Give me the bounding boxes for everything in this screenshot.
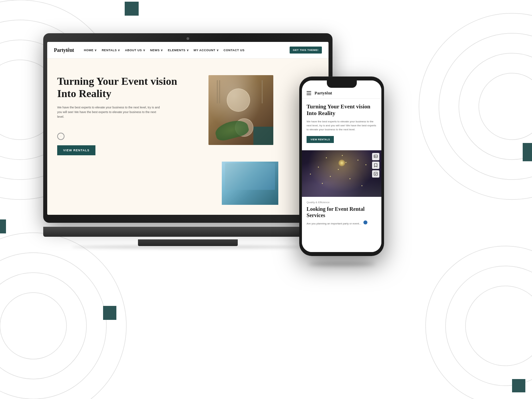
phone-content: Partytênt Turning Your Event vision Into… [302, 80, 381, 252]
phone-header: Partytênt [302, 88, 381, 99]
phone-sidebar-icons [372, 153, 379, 178]
phone-view-rentals-button[interactable]: VIEW RENTALS [307, 136, 334, 143]
phone-bottom-section: Quality & Efficience Looking for Event R… [302, 197, 381, 230]
light-4 [318, 167, 319, 168]
phone-hero-description: We have the best experts to elevate your… [307, 120, 377, 132]
laptop-camera [187, 37, 189, 40]
phone-section-title: Looking for Event Rental Services [307, 206, 377, 218]
image-bottom-gradient [302, 180, 381, 197]
phone-device: Partytênt Turning Your Event vision Into… [299, 76, 384, 263]
nav-about[interactable]: ABOUT US ∨ [125, 49, 146, 52]
light-3 [357, 160, 358, 161]
sidebar-icon-1[interactable] [372, 153, 379, 160]
nav-home[interactable]: HOME ∨ [84, 49, 97, 52]
phone-hero-title: Turning Your Event vision Into Reality [307, 103, 377, 117]
laptop-base [43, 227, 332, 237]
nav-news[interactable]: NEWS ∨ [150, 49, 163, 52]
sidebar-icon-3[interactable] [372, 170, 379, 178]
laptop-device: Partytênt HOME ∨ RENTALS ∨ ABOUT US ∨ NE… [43, 33, 332, 246]
laptop-cta-button[interactable]: GET THIS THEME! [290, 47, 322, 54]
light-8 [349, 178, 350, 179]
sidebar-icon-2[interactable] [372, 162, 379, 169]
green-corner [253, 127, 273, 145]
light-7 [330, 176, 331, 177]
laptop-shadow [71, 245, 304, 249]
nav-contact[interactable]: CONTACT US [223, 49, 244, 52]
fork-deco-1 [217, 80, 218, 103]
hamburger-line-1 [307, 91, 311, 92]
light-11 [345, 162, 346, 163]
laptop-foot [138, 239, 238, 246]
light-1 [326, 157, 327, 158]
phone-section-tag: Quality & Efficience [307, 201, 377, 204]
phone-event-image [302, 150, 381, 197]
light-2 [342, 155, 343, 156]
laptop-navbar: Partytênt HOME ∨ RENTALS ∨ ABOUT US ∨ NE… [47, 42, 329, 59]
phone-shadow [309, 262, 375, 266]
phone-screen: Partytênt Turning Your Event vision Into… [302, 80, 381, 252]
laptop-hero-title: Turning Your Event vision Into Reality [57, 75, 192, 100]
nav-account[interactable]: MY ACCOUNT ∨ [194, 49, 219, 52]
laptop-hero: Turning Your Event vision Into Reality W… [47, 59, 329, 215]
laptop-hero-image-2 [222, 162, 278, 205]
light-6 [365, 164, 366, 165]
plate-deco-1 [227, 88, 250, 112]
phone-desc-text: Are you planning an important party or e… [307, 222, 361, 225]
light-5 [338, 169, 339, 170]
laptop-screen: Partytênt HOME ∨ RENTALS ∨ ABOUT US ∨ NE… [47, 42, 329, 215]
phone-blue-indicator [363, 220, 367, 224]
laptop-nav-links: HOME ∨ RENTALS ∨ ABOUT US ∨ NEWS ∨ ELEME… [84, 49, 289, 52]
hamburger-line-2 [307, 93, 311, 93]
inner-image-overlay [225, 163, 275, 190]
phone-image-section [302, 150, 381, 197]
phone-camera-area [332, 82, 352, 84]
laptop-frame: Partytênt HOME ∨ RENTALS ∨ ABOUT US ∨ NE… [43, 33, 332, 223]
phone-notch [327, 80, 357, 88]
laptop-view-rentals-button[interactable]: VIEW RENTALS [57, 145, 95, 155]
light-12 [310, 174, 311, 175]
laptop-scroll-dot: · [57, 133, 65, 140]
hamburger-line-3 [307, 94, 311, 95]
laptop-hero-left: Turning Your Event vision Into Reality W… [47, 59, 202, 215]
laptop-image-content-2 [222, 162, 278, 205]
knife-deco [262, 80, 263, 103]
chandelier-center [338, 160, 345, 166]
hamburger-menu[interactable] [307, 91, 311, 95]
laptop-hero-description: We have the best experts to elevate your… [57, 105, 164, 119]
nav-elements[interactable]: ELEMENTS ∨ [168, 49, 189, 52]
svg-point-16 [375, 156, 375, 156]
laptop-hero-image-1 [208, 75, 273, 145]
phone-section-title-text: Looking for Event Rental Services [307, 206, 364, 218]
phone-frame: Partytênt Turning Your Event vision Into… [299, 76, 384, 256]
phone-logo: Partytênt [315, 90, 332, 96]
phone-hero-section: Turning Your Event vision Into Reality W… [302, 99, 381, 146]
fork-deco-2 [219, 80, 220, 103]
nav-rentals[interactable]: RENTALS ∨ [102, 49, 120, 52]
phone-section-description: Are you planning an important party or e… [307, 220, 377, 225]
laptop-logo: Partytênt [54, 47, 74, 53]
